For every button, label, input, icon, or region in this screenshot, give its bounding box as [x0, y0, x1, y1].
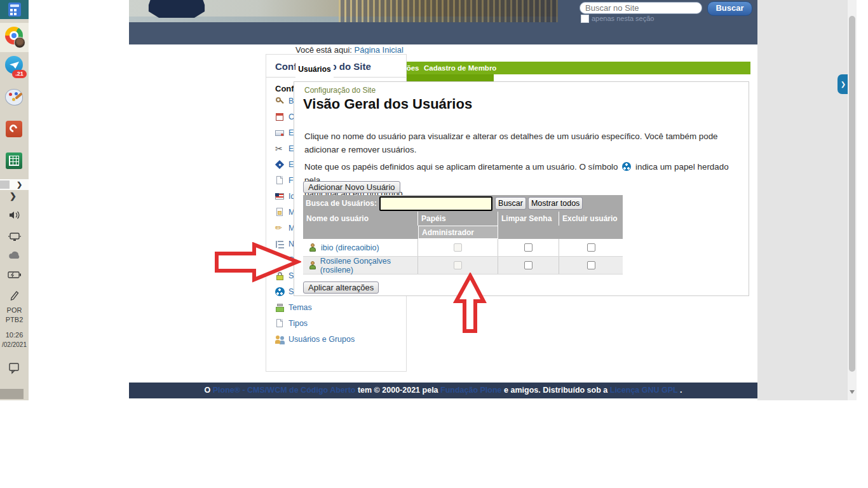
plone-icon	[275, 287, 285, 296]
clear-password-checkbox[interactable]	[524, 243, 532, 252]
footer-text: O	[205, 386, 213, 395]
tab-usuarios[interactable]: Usuários	[295, 62, 334, 81]
pen-icon	[9, 289, 20, 301]
annotation-arrow-up	[453, 273, 487, 334]
document-icon	[275, 319, 285, 329]
sidebar-title: Configuração do Site	[266, 55, 406, 78]
page-title: Visão Geral dos Usuários	[303, 96, 472, 112]
language-indicator-line2[interactable]: PTB2	[0, 316, 29, 323]
taskbar-end-block	[0, 389, 24, 399]
user-search-button[interactable]: Buscar	[495, 197, 526, 210]
content-panel: Configuração do Site Visão Geral dos Usu…	[294, 81, 749, 296]
volume-icon	[8, 210, 21, 220]
paragraph-line: adicionar e remover usuários.	[304, 143, 743, 156]
sidebar-item-label: Temas	[288, 303, 312, 312]
site-header: Buscar apenas nesta seção	[129, 0, 757, 44]
excel-icon[interactable]	[6, 152, 22, 169]
scrollbar-down-arrow[interactable]	[850, 390, 855, 394]
show-all-button[interactable]: Mostrar todos	[528, 197, 583, 210]
taskbar-tile-active[interactable]	[0, 0, 29, 19]
table-row: ibio (direcaoibio)	[303, 239, 623, 257]
sidebar-item-usuarios-grupos[interactable]: Usuários e Grupos	[275, 334, 400, 344]
pen-tray-button[interactable]	[0, 289, 29, 301]
mail-icon	[275, 128, 285, 138]
battery-tray-button[interactable]	[0, 271, 29, 279]
user-search-input[interactable]	[379, 196, 492, 211]
chrome-taskbar-button[interactable]	[0, 23, 29, 52]
user-link[interactable]: ibio (direcaoibio)	[321, 243, 379, 252]
taskbar-overflow-block	[0, 180, 10, 189]
delete-user-checkbox[interactable]	[587, 243, 595, 252]
onedrive-tray-button[interactable]	[0, 251, 29, 260]
site-search-button[interactable]: Buscar	[707, 1, 752, 16]
theme-icon	[275, 303, 285, 313]
user-link[interactable]: Rosilene Gonçalves (rosilene)	[320, 257, 417, 274]
tray-expand-chevron-icon[interactable]: ❯	[10, 191, 17, 201]
telegram-badge: .21	[12, 70, 27, 78]
powerpoint-icon[interactable]	[6, 121, 22, 137]
clock-time[interactable]: 10:26	[0, 331, 29, 339]
clock-date[interactable]: /02/2021	[0, 341, 29, 348]
user-icon	[308, 243, 317, 252]
cast-display-icon	[8, 231, 22, 242]
volume-tray-button[interactable]	[0, 210, 29, 220]
intro-paragraph: Clique no nome do usuário para visualiza…	[304, 130, 743, 156]
paragraph-line: Clique no nome do usuário para visualiza…	[304, 130, 743, 143]
roles-note-paragraph: Note que os papéis definidos aqui se apl…	[304, 160, 743, 200]
cast-tray-button[interactable]	[0, 231, 29, 242]
language-indicator-line1[interactable]: POR	[0, 306, 29, 314]
action-center-button[interactable]	[0, 362, 29, 374]
column-header-name: Nome do usuário	[303, 212, 418, 226]
parent-section-link[interactable]: Configuração do Site	[304, 86, 376, 95]
inherited-role-icon	[622, 162, 631, 171]
pencil-icon	[275, 224, 285, 233]
users-table-header-row: Nome do usuário Papéis Limpar Senha Excl…	[303, 212, 623, 226]
footer-plone-link[interactable]: Plone® - CMS/WCM de Código Aberto	[213, 386, 356, 395]
user-icon	[308, 261, 316, 270]
image-document-icon	[275, 208, 285, 217]
search-scope-checkbox[interactable]	[581, 15, 589, 23]
paint-icon[interactable]	[5, 89, 23, 105]
cloud-icon	[8, 251, 22, 260]
users-table: Busca de Usuários: Buscar Mostrar todos …	[303, 195, 623, 274]
site-search-input[interactable]	[580, 2, 702, 14]
delete-user-checkbox[interactable]	[587, 261, 595, 269]
calendar-icon	[275, 112, 285, 122]
paragraph-text: Note que os papéis definidos aqui se apl…	[304, 162, 618, 172]
footer-foundation-link[interactable]: Fundação Plone	[440, 386, 502, 395]
add-new-user-button[interactable]: Adicionar Novo Usuário	[303, 181, 400, 193]
taskbar-overflow[interactable]: ❯	[0, 179, 29, 190]
footer-text: tem © 2000-2021 pela	[355, 386, 440, 395]
tab-cadastro-de-membro[interactable]: Cadastro de Membro	[424, 64, 496, 72]
table-row: Rosilene Gonçalves (rosilene)	[303, 257, 623, 274]
screen: .21 ❯ ❯	[0, 0, 868, 488]
page-right-gutter	[757, 0, 848, 400]
scissors-icon	[275, 144, 285, 154]
sidebar-item-label: Tipos	[288, 319, 308, 328]
profile-avatar	[14, 37, 25, 48]
chevron-right-icon: ❯	[17, 180, 22, 189]
sidebar-item-label: Usuários e Grupos	[288, 335, 355, 344]
clear-password-checkbox[interactable]	[524, 261, 532, 269]
footer-text: e amigos. Distribuído sob a	[502, 386, 610, 395]
sidebar-item-temas[interactable]: Temas	[275, 302, 400, 313]
users-table-search-row: Busca de Usuários: Buscar Mostrar todos	[303, 195, 623, 212]
breadcrumb: Você está aqui: Página Inicial	[295, 45, 403, 55]
footer-license-link[interactable]: Licença GNU GPL	[610, 386, 678, 395]
site-footer: O Plone® - CMS/WCM de Código Aberto tem …	[129, 383, 757, 398]
role-subheader-administrador: Administrador	[418, 226, 498, 239]
role-checkbox-disabled	[454, 243, 462, 252]
role-checkbox-disabled	[454, 261, 462, 269]
footer-text: .	[678, 386, 682, 395]
breadcrumb-home-link[interactable]: Página Inicial	[355, 45, 403, 55]
breadcrumb-label: Você está aqui:	[295, 45, 352, 55]
flag-icon	[275, 192, 285, 201]
column-header-clear-password: Limpar Senha	[498, 212, 559, 226]
scrollbar-thumb[interactable]	[849, 16, 855, 372]
column-header-roles: Papéis	[418, 212, 498, 226]
users-table-role-subheader-row: Administrador	[303, 226, 623, 239]
apply-changes-button[interactable]: Aplicar alterações	[303, 281, 379, 294]
browser-page: Buscar apenas nesta seção Você está aqui…	[129, 0, 757, 400]
browser-scrollbar[interactable]	[848, 0, 857, 400]
sidebar-item-tipos[interactable]: Tipos	[275, 318, 400, 329]
